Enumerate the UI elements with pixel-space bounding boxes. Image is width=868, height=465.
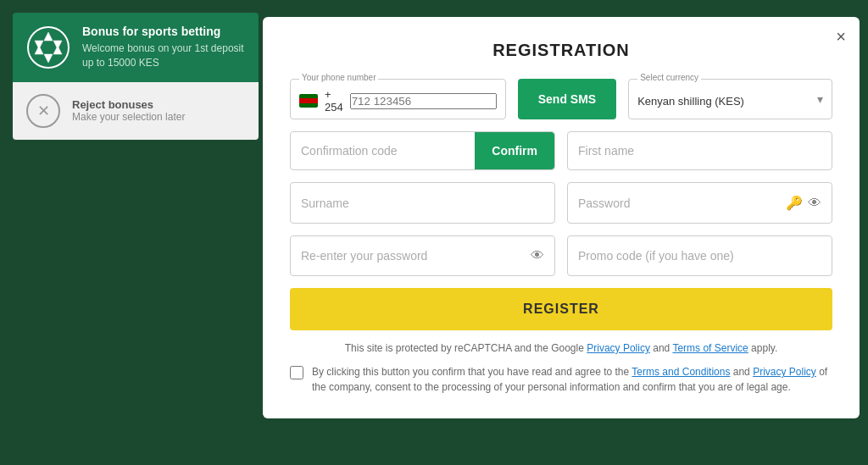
reenter-password-field: 👁 xyxy=(290,235,555,276)
svg-marker-6 xyxy=(53,46,62,54)
and-label: and xyxy=(653,342,670,354)
terms-text: By clicking this button you confirm that… xyxy=(312,364,832,395)
phone-currency-row: Your phone number + 254 Send SMS Select … xyxy=(290,79,832,119)
confirm-button[interactable]: Confirm xyxy=(475,132,554,169)
currency-label: Select currency xyxy=(637,73,701,82)
kenya-flag-icon xyxy=(299,94,318,108)
terms-row: By clicking this button you confirm that… xyxy=(290,364,832,395)
eye-icon[interactable]: 👁 xyxy=(808,196,821,211)
reject-icon: ✕ xyxy=(26,94,60,128)
first-name-input[interactable] xyxy=(578,144,821,158)
currency-select[interactable]: Kenyan shilling (KES) US Dollar (USD) Eu… xyxy=(637,91,817,108)
phone-field-wrapper: Your phone number + 254 xyxy=(290,79,506,119)
terms-checkbox[interactable] xyxy=(290,366,303,379)
registration-modal: × REGISTRATION Your phone number + 254 S… xyxy=(263,17,860,418)
confirmation-firstname-row: Confirm xyxy=(290,131,832,170)
promo-code-input[interactable] xyxy=(578,249,821,263)
confirmation-code-input[interactable] xyxy=(301,144,468,158)
terms-prefix: By clicking this button you confirm that… xyxy=(312,366,629,378)
surname-input[interactable] xyxy=(301,197,544,210)
close-button[interactable]: × xyxy=(836,27,846,47)
phone-input-row: + 254 xyxy=(299,85,497,113)
left-panel: Bonus for sports betting Welcome bonus o… xyxy=(13,13,259,140)
confirmation-code-field: Confirm xyxy=(290,131,555,170)
chevron-down-icon: ▾ xyxy=(817,92,823,106)
reject-description: Make your selection later xyxy=(72,111,185,123)
privacy-policy-link-2[interactable]: Privacy Policy xyxy=(753,366,816,378)
apply-label: apply. xyxy=(751,342,777,354)
password-input[interactable] xyxy=(578,197,781,210)
svg-marker-2 xyxy=(44,54,53,63)
register-button[interactable]: REGISTER xyxy=(290,288,832,330)
send-sms-button[interactable]: Send SMS xyxy=(518,79,616,119)
recaptcha-text: This site is protected by reCAPTCHA and … xyxy=(290,342,832,354)
svg-marker-5 xyxy=(35,46,43,54)
phone-prefix: + 254 xyxy=(325,88,343,113)
bonus-title: Bonus for sports betting xyxy=(82,25,245,38)
reenter-promo-row: 👁 xyxy=(290,235,832,276)
promo-code-field xyxy=(567,235,832,276)
reject-text: Reject bonuses Make your selection later xyxy=(72,98,185,123)
soccer-ball-icon xyxy=(26,25,70,69)
bonus-text: Bonus for sports betting Welcome bonus o… xyxy=(82,25,245,70)
terms-conditions-link[interactable]: Terms and Conditions xyxy=(632,366,730,378)
currency-field-wrapper: Select currency Kenyan shilling (KES) US… xyxy=(628,79,832,119)
phone-label: Your phone number xyxy=(299,73,378,82)
bonus-section: Bonus for sports betting Welcome bonus o… xyxy=(13,13,259,82)
surname-password-row: 🔑 👁 xyxy=(290,182,832,224)
eye-slash-icon[interactable]: 👁 xyxy=(531,248,544,263)
surname-field xyxy=(290,182,555,224)
password-field: 🔑 👁 xyxy=(567,182,832,224)
terms-of-service-link[interactable]: Terms of Service xyxy=(672,342,748,354)
and-label-2: and xyxy=(733,366,753,378)
recaptcha-label: This site is protected by reCAPTCHA and … xyxy=(345,342,584,354)
first-name-field xyxy=(567,131,832,170)
bonus-description: Welcome bonus on your 1st deposit up to … xyxy=(82,42,245,70)
modal-title: REGISTRATION xyxy=(290,41,832,60)
phone-input[interactable] xyxy=(350,93,497,109)
privacy-policy-link[interactable]: Privacy Policy xyxy=(587,342,650,354)
reject-section[interactable]: ✕ Reject bonuses Make your selection lat… xyxy=(13,82,259,140)
key-icon: 🔑 xyxy=(786,195,803,211)
svg-marker-1 xyxy=(44,32,53,41)
reject-title: Reject bonuses xyxy=(72,98,185,111)
reenter-password-input[interactable] xyxy=(301,249,526,263)
